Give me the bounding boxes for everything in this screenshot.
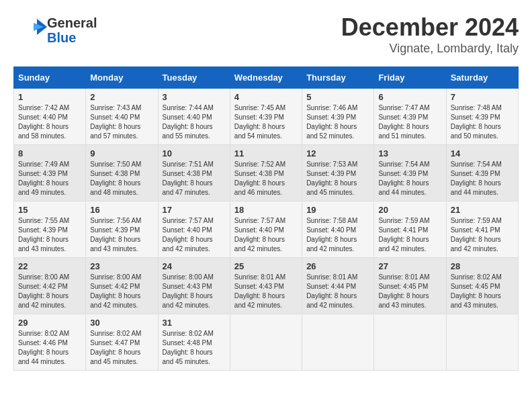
calendar-cell: 14Sunrise: 7:54 AM Sunset: 4:39 PM Dayli… (446, 145, 518, 201)
day-number: 2 (90, 92, 153, 102)
calendar-body: 1Sunrise: 7:42 AM Sunset: 4:40 PM Daylig… (14, 89, 519, 371)
calendar-cell: 29Sunrise: 8:02 AM Sunset: 4:46 PM Dayli… (14, 314, 86, 371)
logo-icon (13, 13, 47, 47)
day-info: Sunrise: 7:42 AM Sunset: 4:40 PM Dayligh… (18, 104, 69, 140)
day-number: 30 (90, 318, 153, 328)
calendar-cell: 16Sunrise: 7:56 AM Sunset: 4:39 PM Dayli… (86, 201, 158, 258)
day-info: Sunrise: 7:45 AM Sunset: 4:39 PM Dayligh… (234, 104, 285, 140)
calendar-cell: 21Sunrise: 7:59 AM Sunset: 4:41 PM Dayli… (446, 201, 518, 258)
day-of-week-wednesday: Wednesday (230, 67, 302, 89)
day-info: Sunrise: 7:49 AM Sunset: 4:39 PM Dayligh… (18, 161, 69, 196)
day-info: Sunrise: 7:53 AM Sunset: 4:39 PM Dayligh… (306, 161, 357, 196)
calendar-cell: 12Sunrise: 7:53 AM Sunset: 4:39 PM Dayli… (302, 145, 374, 201)
month-title: December 2024 (341, 13, 519, 42)
calendar-cell: 5Sunrise: 7:46 AM Sunset: 4:39 PM Daylig… (302, 89, 374, 145)
calendar-cell: 25Sunrise: 8:01 AM Sunset: 4:43 PM Dayli… (230, 258, 302, 314)
day-number: 19 (306, 205, 369, 215)
calendar-cell (374, 314, 446, 371)
day-number: 17 (163, 205, 226, 215)
day-of-week-saturday: Saturday (446, 67, 518, 89)
calendar-cell: 11Sunrise: 7:52 AM Sunset: 4:38 PM Dayli… (230, 145, 302, 201)
calendar-cell: 28Sunrise: 8:02 AM Sunset: 4:45 PM Dayli… (446, 258, 518, 314)
day-number: 26 (306, 261, 369, 271)
day-info: Sunrise: 7:47 AM Sunset: 4:39 PM Dayligh… (378, 104, 429, 140)
day-info: Sunrise: 7:57 AM Sunset: 4:40 PM Dayligh… (163, 217, 214, 253)
day-info: Sunrise: 7:50 AM Sunset: 4:38 PM Dayligh… (90, 161, 141, 196)
logo-blue: Blue (47, 30, 97, 45)
day-number: 28 (451, 261, 514, 271)
calendar-cell (446, 314, 518, 371)
calendar-cell: 18Sunrise: 7:57 AM Sunset: 4:40 PM Dayli… (230, 201, 302, 258)
calendar-cell: 10Sunrise: 7:51 AM Sunset: 4:38 PM Dayli… (158, 145, 230, 201)
calendar-cell: 15Sunrise: 7:55 AM Sunset: 4:39 PM Dayli… (14, 201, 86, 258)
calendar-header-row: SundayMondayTuesdayWednesdayThursdayFrid… (14, 67, 519, 89)
calendar-week-row: 22Sunrise: 8:00 AM Sunset: 4:42 PM Dayli… (14, 258, 519, 314)
day-number: 4 (234, 92, 298, 102)
day-number: 11 (234, 148, 298, 158)
day-number: 15 (18, 205, 81, 215)
calendar-cell: 31Sunrise: 8:02 AM Sunset: 4:48 PM Dayli… (158, 314, 230, 371)
day-number: 21 (451, 205, 514, 215)
calendar-cell: 22Sunrise: 8:00 AM Sunset: 4:42 PM Dayli… (14, 258, 86, 314)
day-info: Sunrise: 8:01 AM Sunset: 4:44 PM Dayligh… (306, 273, 357, 309)
day-info: Sunrise: 7:46 AM Sunset: 4:39 PM Dayligh… (306, 104, 357, 140)
calendar-cell: 19Sunrise: 7:58 AM Sunset: 4:40 PM Dayli… (302, 201, 374, 258)
day-info: Sunrise: 8:02 AM Sunset: 4:46 PM Dayligh… (18, 330, 69, 365)
day-number: 27 (378, 261, 441, 271)
day-info: Sunrise: 7:56 AM Sunset: 4:39 PM Dayligh… (90, 217, 141, 253)
day-number: 25 (234, 261, 298, 271)
day-of-week-friday: Friday (374, 67, 446, 89)
calendar-cell: 4Sunrise: 7:45 AM Sunset: 4:39 PM Daylig… (230, 89, 302, 145)
day-info: Sunrise: 7:48 AM Sunset: 4:39 PM Dayligh… (451, 104, 502, 140)
calendar-week-row: 29Sunrise: 8:02 AM Sunset: 4:46 PM Dayli… (14, 314, 519, 371)
day-number: 13 (378, 148, 441, 158)
page-header: General Blue December 2024 Vignate, Lomb… (13, 13, 519, 56)
day-info: Sunrise: 7:54 AM Sunset: 4:39 PM Dayligh… (451, 161, 502, 196)
day-number: 9 (90, 148, 153, 158)
calendar-cell: 8Sunrise: 7:49 AM Sunset: 4:39 PM Daylig… (14, 145, 86, 201)
day-info: Sunrise: 7:59 AM Sunset: 4:41 PM Dayligh… (378, 217, 429, 253)
title-section: December 2024 Vignate, Lombardy, Italy (341, 13, 519, 56)
calendar-cell: 23Sunrise: 8:00 AM Sunset: 4:42 PM Dayli… (86, 258, 158, 314)
day-number: 14 (451, 148, 514, 158)
day-number: 8 (18, 148, 81, 158)
day-info: Sunrise: 8:01 AM Sunset: 4:43 PM Dayligh… (234, 273, 285, 309)
day-number: 29 (18, 318, 81, 328)
calendar-cell: 27Sunrise: 8:01 AM Sunset: 4:45 PM Dayli… (374, 258, 446, 314)
day-number: 5 (306, 92, 369, 102)
day-number: 23 (90, 261, 153, 271)
day-info: Sunrise: 8:02 AM Sunset: 4:48 PM Dayligh… (163, 330, 214, 365)
calendar-cell (230, 314, 302, 371)
day-info: Sunrise: 7:57 AM Sunset: 4:40 PM Dayligh… (234, 217, 285, 253)
calendar-week-row: 1Sunrise: 7:42 AM Sunset: 4:40 PM Daylig… (14, 89, 519, 145)
logo-general: General (47, 15, 97, 30)
day-number: 12 (306, 148, 369, 158)
day-of-week-monday: Monday (86, 67, 158, 89)
calendar-cell: 9Sunrise: 7:50 AM Sunset: 4:38 PM Daylig… (86, 145, 158, 201)
day-info: Sunrise: 8:02 AM Sunset: 4:45 PM Dayligh… (451, 273, 502, 309)
day-number: 3 (163, 92, 226, 102)
day-of-week-thursday: Thursday (302, 67, 374, 89)
calendar-cell (302, 314, 374, 371)
day-of-week-tuesday: Tuesday (158, 67, 230, 89)
calendar-cell: 1Sunrise: 7:42 AM Sunset: 4:40 PM Daylig… (14, 89, 86, 145)
day-info: Sunrise: 7:51 AM Sunset: 4:38 PM Dayligh… (163, 161, 214, 196)
location-title: Vignate, Lombardy, Italy (341, 42, 519, 56)
logo: General Blue (13, 13, 97, 47)
calendar-cell: 24Sunrise: 8:00 AM Sunset: 4:43 PM Dayli… (158, 258, 230, 314)
calendar-cell: 6Sunrise: 7:47 AM Sunset: 4:39 PM Daylig… (374, 89, 446, 145)
day-of-week-sunday: Sunday (14, 67, 86, 89)
calendar-week-row: 15Sunrise: 7:55 AM Sunset: 4:39 PM Dayli… (14, 201, 519, 258)
day-number: 6 (378, 92, 441, 102)
calendar-cell: 7Sunrise: 7:48 AM Sunset: 4:39 PM Daylig… (446, 89, 518, 145)
calendar-cell: 26Sunrise: 8:01 AM Sunset: 4:44 PM Dayli… (302, 258, 374, 314)
calendar-week-row: 8Sunrise: 7:49 AM Sunset: 4:39 PM Daylig… (14, 145, 519, 201)
calendar-cell: 2Sunrise: 7:43 AM Sunset: 4:40 PM Daylig… (86, 89, 158, 145)
day-number: 7 (451, 92, 514, 102)
day-info: Sunrise: 8:00 AM Sunset: 4:43 PM Dayligh… (163, 273, 214, 309)
day-info: Sunrise: 7:44 AM Sunset: 4:40 PM Dayligh… (163, 104, 214, 140)
calendar-cell: 13Sunrise: 7:54 AM Sunset: 4:39 PM Dayli… (374, 145, 446, 201)
day-info: Sunrise: 7:59 AM Sunset: 4:41 PM Dayligh… (451, 217, 502, 253)
day-number: 20 (378, 205, 441, 215)
day-number: 31 (163, 318, 226, 328)
